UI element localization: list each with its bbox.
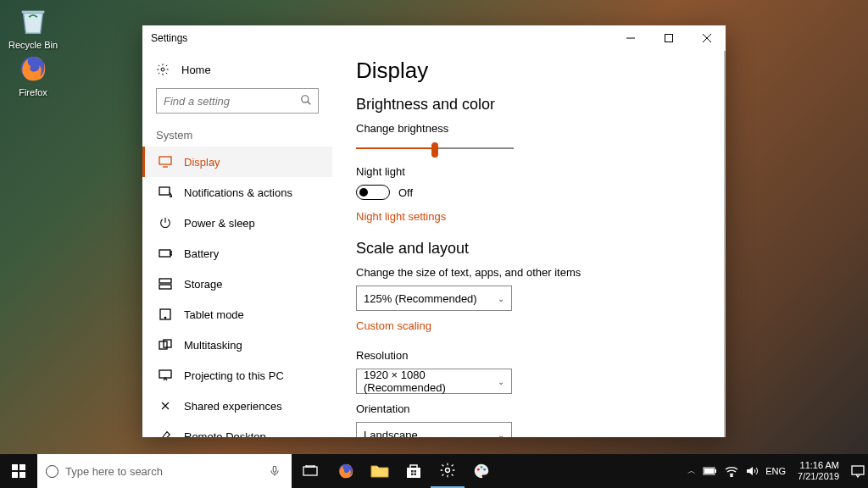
section-scale: Scale and layout	[356, 240, 700, 258]
search-icon	[300, 94, 312, 106]
brightness-slider[interactable]	[356, 141, 514, 155]
svg-rect-12	[170, 252, 172, 255]
svg-point-40	[483, 469, 486, 471]
svg-rect-13	[159, 279, 171, 283]
titlebar[interactable]: Settings	[142, 25, 726, 51]
nav-label: Tablet mode	[184, 308, 244, 321]
scale-value: 125% (Recommended)	[364, 292, 477, 305]
task-view-icon	[303, 465, 318, 477]
nav-label: Display	[184, 156, 220, 169]
svg-rect-25	[19, 464, 25, 470]
svg-rect-36	[415, 474, 417, 476]
mic-icon	[269, 463, 281, 479]
nav-item-power[interactable]: Power & sleep	[142, 208, 332, 238]
taskbar-app-store[interactable]	[397, 454, 431, 488]
content-panel[interactable]: Display Brightness and color Change brig…	[332, 51, 726, 437]
mic-button[interactable]	[258, 454, 292, 488]
svg-rect-19	[159, 370, 171, 378]
svg-rect-11	[159, 250, 170, 257]
nav-item-battery[interactable]: Battery	[142, 238, 332, 269]
svg-line-7	[308, 102, 311, 105]
svg-rect-35	[411, 474, 414, 476]
desktop-icon-recycle-bin[interactable]: Recycle Bin	[4, 5, 62, 50]
maximize-button[interactable]	[649, 25, 687, 51]
svg-rect-26	[12, 472, 18, 478]
minimize-button[interactable]	[611, 25, 649, 51]
custom-scaling-link[interactable]: Custom scaling	[356, 319, 431, 332]
power-icon	[159, 216, 172, 230]
night-light-toggle[interactable]	[356, 185, 390, 200]
svg-point-38	[477, 469, 480, 471]
slider-thumb[interactable]	[431, 142, 438, 158]
taskbar-app-explorer[interactable]	[363, 454, 397, 488]
svg-point-37	[446, 469, 450, 473]
recycle-bin-icon	[17, 5, 49, 37]
wifi-icon[interactable]	[725, 465, 738, 477]
svg-rect-10	[159, 187, 170, 195]
section-brightness: Brightness and color	[356, 96, 700, 114]
clock-date: 7/21/2019	[798, 471, 839, 482]
taskbar-app-firefox[interactable]	[329, 454, 363, 488]
home-button[interactable]: Home	[142, 56, 332, 83]
orientation-label: Orientation	[356, 402, 700, 415]
nav-item-notifications[interactable]: Notifications & actions	[142, 177, 332, 208]
svg-rect-29	[303, 467, 317, 475]
svg-rect-27	[19, 472, 25, 478]
toggle-state: Off	[398, 186, 413, 199]
tablet-icon	[159, 308, 172, 321]
scale-select[interactable]: 125% (Recommended) ⌄	[356, 286, 512, 311]
tray-chevron-icon[interactable]: ︿	[687, 465, 696, 477]
nav-label: Storage	[184, 278, 223, 291]
svg-rect-30	[306, 465, 314, 467]
taskbar-app-settings[interactable]	[431, 454, 465, 488]
nav-label: Power & sleep	[184, 217, 255, 230]
nav-label: Shared experiences	[184, 400, 282, 413]
folder-icon	[370, 463, 389, 479]
nav-item-remote[interactable]: Remote Desktop	[142, 421, 332, 437]
nav-item-projecting[interactable]: Projecting to this PC	[142, 360, 332, 391]
remote-icon	[159, 430, 172, 437]
storage-icon	[159, 277, 172, 291]
taskbar-clock[interactable]: 11:16 AM 7/21/2019	[793, 460, 844, 482]
start-button[interactable]	[0, 454, 37, 488]
nav-item-shared[interactable]: Shared experiences	[142, 391, 332, 421]
taskbar-app-paint[interactable]	[465, 454, 498, 488]
sidebar: Home System Display Notifications & acti…	[142, 51, 332, 437]
volume-icon[interactable]	[745, 465, 759, 477]
action-center-icon[interactable]	[851, 464, 865, 478]
task-view-button[interactable]	[292, 454, 329, 488]
resolution-select[interactable]: 1920 × 1080 (Recommended) ⌄	[356, 369, 512, 394]
display-icon	[159, 155, 172, 169]
window-title: Settings	[151, 32, 187, 44]
night-light-settings-link[interactable]: Night light settings	[356, 210, 446, 223]
nav-label: Battery	[184, 247, 219, 260]
resolution-value: 1920 × 1080 (Recommended)	[364, 369, 498, 394]
svg-rect-33	[411, 470, 414, 473]
battery-icon[interactable]	[703, 466, 718, 476]
language-indicator[interactable]: ENG	[765, 466, 786, 476]
projecting-icon	[159, 369, 172, 382]
close-button[interactable]	[687, 25, 726, 51]
svg-rect-8	[159, 157, 171, 164]
clock-time: 11:16 AM	[798, 460, 839, 471]
settings-search[interactable]	[156, 88, 319, 114]
windows-icon	[12, 464, 25, 478]
orientation-select[interactable]: Landscape ⌄	[356, 422, 512, 437]
scale-label: Change the size of text, apps, and other…	[356, 266, 700, 279]
taskbar-search[interactable]: Type here to search	[37, 454, 258, 488]
svg-point-5	[161, 68, 164, 71]
svg-point-44	[731, 475, 732, 477]
palette-icon	[472, 462, 491, 480]
search-input[interactable]	[156, 88, 319, 114]
home-label: Home	[181, 64, 211, 76]
desktop-icon-firefox[interactable]: Firefox	[4, 53, 62, 97]
svg-rect-34	[415, 470, 417, 473]
svg-rect-42	[704, 469, 714, 474]
svg-rect-28	[273, 466, 276, 472]
settings-window: Settings Home System Display Notificatio…	[142, 25, 726, 437]
nav-item-tablet[interactable]: Tablet mode	[142, 299, 332, 330]
nav-item-multitasking[interactable]: Multitasking	[142, 330, 332, 360]
chevron-down-icon: ⌄	[498, 294, 504, 303]
nav-item-display[interactable]: Display	[142, 147, 332, 177]
nav-item-storage[interactable]: Storage	[142, 269, 332, 299]
